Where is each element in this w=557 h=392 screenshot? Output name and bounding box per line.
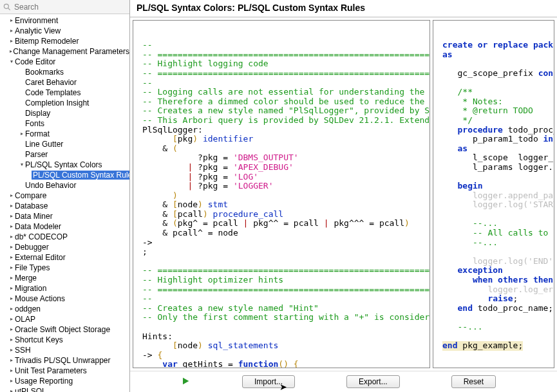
preferences-sidebar: ▸Environment▸Analytic View▸Bitemp Remode… <box>0 0 130 392</box>
tree-item[interactable]: ▸OLAP <box>0 314 129 324</box>
tree-item[interactable]: ▸Migration <box>0 283 129 294</box>
tree-item[interactable]: ▸External Editor <box>0 252 129 263</box>
tree-item[interactable]: ▸Format <box>0 129 129 139</box>
tree-item[interactable]: Display <box>0 108 129 118</box>
tree-item[interactable]: Code Templates <box>0 88 129 98</box>
editor-row: -- -- ==================================… <box>130 17 557 371</box>
tree-item[interactable]: ▸Compare <box>0 191 129 201</box>
content-area: PL/SQL Syntax Colors: PL/SQL Custom Synt… <box>130 0 557 392</box>
tree-item[interactable]: ▸Unit Test Parameters <box>0 366 129 376</box>
svg-point-0 <box>4 4 8 8</box>
tree-item[interactable]: ▾PL/SQL Syntax Colors <box>0 160 129 170</box>
svg-line-1 <box>8 8 10 10</box>
tree-item[interactable]: ▸utPLSQL <box>0 386 129 392</box>
tree-item[interactable]: Undo Behavior <box>0 180 129 191</box>
tree-item[interactable]: ▸Database <box>0 201 129 211</box>
tree-item[interactable]: ▸Usage Reporting <box>0 376 129 386</box>
tree-item[interactable]: ▸Data Modeler <box>0 221 129 232</box>
search-icon <box>3 3 12 12</box>
import-button[interactable]: Import... <box>242 375 295 388</box>
tree-item[interactable]: ▸Bitemp Remodeler <box>0 36 129 46</box>
tree-item[interactable]: ▸Trivadis PL/SQL Unwrapper <box>0 355 129 366</box>
tree-item[interactable]: ▸Environment <box>0 15 129 26</box>
button-bar: Import... ➤ Export... Reset <box>130 371 557 392</box>
tree-item[interactable]: ▸Change Management Parameters <box>0 46 129 57</box>
tree-item[interactable]: ▸oddgen <box>0 304 129 314</box>
tree-item[interactable]: ▸Debugger <box>0 242 129 252</box>
preferences-tree[interactable]: ▸Environment▸Analytic View▸Bitemp Remode… <box>0 14 129 392</box>
rules-editor[interactable]: -- -- ==================================… <box>133 20 430 368</box>
tree-item[interactable]: ▸Merge <box>0 273 129 283</box>
tree-item[interactable]: Bookmarks <box>0 67 129 77</box>
export-button[interactable]: Export... <box>346 375 400 388</box>
tree-item[interactable]: ▸db* CODECOP <box>0 232 129 242</box>
tree-item[interactable]: Line Gutter <box>0 139 129 149</box>
tree-item[interactable]: Fonts <box>0 118 129 129</box>
preview-editor[interactable]: create or replace package p as gc_scope_… <box>433 20 554 368</box>
tree-item[interactable]: ▸Data Miner <box>0 211 129 221</box>
tree-item[interactable]: PL/SQL Custom Syntax Rules <box>0 170 129 180</box>
tree-item[interactable]: Completion Insight <box>0 98 129 108</box>
search-input[interactable] <box>14 3 127 12</box>
tree-item[interactable]: Caret Behavior <box>0 77 129 88</box>
search-bar[interactable] <box>0 0 129 14</box>
page-title: PL/SQL Syntax Colors: PL/SQL Custom Synt… <box>130 0 557 17</box>
run-button[interactable] <box>180 376 191 388</box>
tree-item[interactable]: ▸Oracle Swift Object Storage <box>0 324 129 335</box>
svg-marker-2 <box>183 377 189 384</box>
tree-item[interactable]: ▸Analytic View <box>0 26 129 36</box>
reset-button[interactable]: Reset <box>451 375 496 388</box>
tree-item[interactable]: ▸File Types <box>0 263 129 273</box>
tree-item[interactable]: ▸SSH <box>0 345 129 355</box>
tree-item[interactable]: Parser <box>0 149 129 160</box>
tree-item[interactable]: ▸Mouse Actions <box>0 294 129 304</box>
tree-item[interactable]: ▸Shortcut Keys <box>0 335 129 345</box>
tree-item[interactable]: ▾Code Editor <box>0 57 129 67</box>
